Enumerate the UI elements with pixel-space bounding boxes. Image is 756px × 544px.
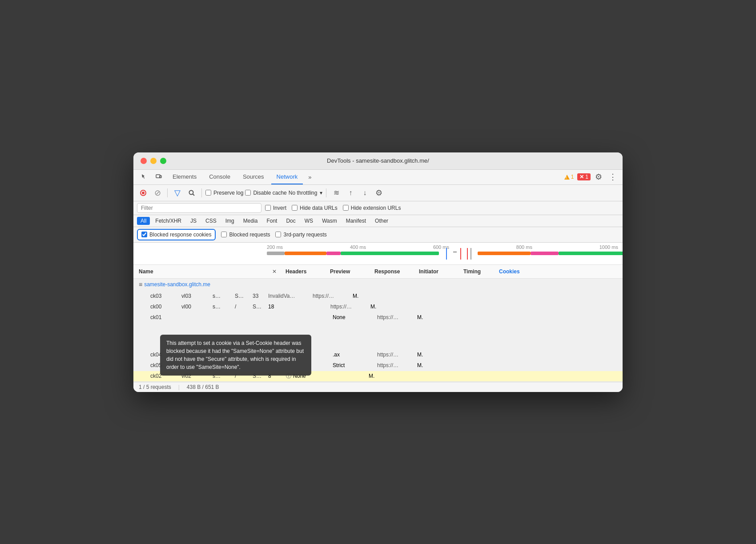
- ck03-path: s…: [213, 293, 235, 299]
- cookie-row-ck03[interactable]: ck03 vl03 s… S… 33 InvalidVa… https://… …: [133, 291, 623, 302]
- blocked-requests-label[interactable]: Blocked requests: [221, 232, 270, 238]
- warning-count: 1: [571, 174, 574, 180]
- status-bar: 1 / 5 requests | 438 B / 651 B: [133, 382, 623, 392]
- ck04-info: .ax: [333, 352, 377, 358]
- cookie-row-ck01[interactable]: ck01 None https://… M.: [133, 312, 623, 323]
- upload-icon[interactable]: ↑: [344, 187, 357, 199]
- download-icon[interactable]: ↓: [358, 187, 371, 199]
- th-initiator: Initiator: [417, 265, 462, 278]
- timeline-1000ms: 1000 ms: [599, 244, 618, 250]
- type-filter-font[interactable]: Font: [263, 217, 281, 225]
- throttle-select[interactable]: No throttling ▾: [289, 190, 323, 196]
- ck00-val: vl00: [181, 304, 213, 310]
- type-filter-js[interactable]: JS: [187, 217, 200, 225]
- third-party-label[interactable]: 3rd-party requests: [275, 232, 326, 238]
- type-filter-other[interactable]: Other: [371, 217, 392, 225]
- ck02-name: ck02: [150, 373, 181, 379]
- hide-ext-urls-label[interactable]: Hide extension URLs: [343, 205, 401, 211]
- info-circle-icon: ⓘ: [286, 372, 291, 380]
- ck05-url: https://…: [377, 362, 417, 368]
- th-close[interactable]: ✕: [270, 265, 284, 278]
- hide-data-urls-checkbox[interactable]: [292, 205, 298, 211]
- table-header: Name ✕ Headers Preview Response Initiato…: [133, 265, 623, 279]
- minimize-button[interactable]: [150, 158, 157, 164]
- cookie-row-ck04[interactable]: ck04 .ax https://… M.: [133, 350, 623, 360]
- table-row-main[interactable]: ≡ samesite-sandbox.glitch.me: [133, 279, 623, 291]
- preserve-log-checkbox[interactable]: [205, 190, 211, 196]
- warning-badge: ! 1: [564, 174, 574, 180]
- ck02-size-col: S…: [253, 373, 268, 379]
- device-icon[interactable]: [152, 170, 165, 184]
- maximize-button[interactable]: [160, 158, 166, 164]
- ck03-val: vl03: [181, 293, 213, 299]
- timeline-400ms: 400 ms: [350, 244, 366, 250]
- blocked-requests-checkbox[interactable]: [221, 232, 227, 237]
- blocked-requests-text: Blocked requests: [229, 232, 270, 238]
- type-filter-media[interactable]: Media: [240, 217, 261, 225]
- disable-cache-checkbox[interactable]: [245, 190, 251, 196]
- filter-bar: Invert Hide data URLs Hide extension URL…: [133, 201, 623, 215]
- ck03-size: 33: [253, 293, 268, 299]
- document-icon: ≡: [139, 281, 142, 288]
- wf-bar-orange: [285, 252, 327, 255]
- tab-network[interactable]: Network: [271, 170, 303, 184]
- type-filter-css[interactable]: CSS: [202, 217, 220, 225]
- ck02-size: 8: [268, 373, 286, 379]
- cookie-row-ck01-wrapper: ck01 None https://… M. This attempt to s…: [133, 312, 623, 323]
- type-filter-img[interactable]: Img: [222, 217, 238, 225]
- throttle-chevron-icon: ▾: [320, 190, 322, 196]
- timeline-200ms: 200 ms: [267, 244, 283, 250]
- invert-checkbox[interactable]: [265, 205, 271, 211]
- type-filter-doc[interactable]: Doc: [282, 217, 299, 225]
- tabs-bar: Elements Console Sources Network » ! 1 ✕…: [133, 170, 623, 185]
- filter-input[interactable]: [137, 203, 261, 213]
- ck05-name: ck05: [150, 362, 181, 368]
- filter-icon[interactable]: ▽: [171, 187, 184, 199]
- wf-bar-orange-2: [478, 252, 531, 255]
- blocked-cookies-label[interactable]: Blocked response cookies: [137, 229, 216, 240]
- th-response: Response: [373, 265, 417, 278]
- requests-count: 1 / 5 requests: [139, 384, 171, 390]
- cookie-row-ck05[interactable]: ck05 Strict https://… M.: [133, 360, 623, 371]
- preserve-log-label[interactable]: Preserve log: [205, 190, 243, 196]
- type-filter-wasm[interactable]: Wasm: [318, 217, 341, 225]
- type-filter-ws[interactable]: WS: [301, 217, 317, 225]
- tab-sources[interactable]: Sources: [237, 170, 269, 184]
- cookie-row-ck02[interactable]: ck02 vl02 s… / S… 8 ⓘ None M.: [133, 371, 623, 382]
- hide-data-urls-label[interactable]: Hide data URLs: [292, 205, 338, 211]
- blocked-cookies-checkbox[interactable]: [141, 232, 147, 237]
- ck05-info: Strict: [333, 362, 377, 368]
- data-size: 438 B / 651 B: [187, 384, 219, 390]
- settings-icon[interactable]: ⚙: [592, 171, 605, 183]
- ck00-size-col: S…: [253, 304, 268, 310]
- wf-bar-green-2: [559, 252, 623, 255]
- third-party-checkbox[interactable]: [275, 232, 281, 237]
- type-filter-manifest[interactable]: Manifest: [342, 217, 370, 225]
- type-filter-fetchxhr[interactable]: Fetch/XHR: [152, 217, 185, 225]
- type-filter-all[interactable]: All: [137, 217, 150, 225]
- cursor-icon[interactable]: [137, 170, 150, 184]
- more-options-icon[interactable]: ⋮: [607, 171, 619, 183]
- invert-label[interactable]: Invert: [265, 205, 286, 211]
- invert-text: Invert: [273, 205, 286, 211]
- timeline-labels: 200 ms 400 ms 600 ms 800 ms 1000 ms: [267, 244, 618, 250]
- disable-cache-label[interactable]: Disable cache: [245, 190, 286, 196]
- ck00-url: https://…: [330, 304, 370, 310]
- tab-elements[interactable]: Elements: [167, 170, 202, 184]
- wifi-icon[interactable]: ≋: [330, 187, 342, 199]
- search-icon[interactable]: [185, 187, 198, 199]
- hide-ext-urls-checkbox[interactable]: [343, 205, 349, 211]
- tab-more[interactable]: »: [305, 171, 315, 183]
- ck02-samesite: M.: [369, 373, 374, 379]
- clear-button[interactable]: ⊘: [151, 187, 164, 199]
- ck01-name: ck01: [150, 314, 181, 320]
- filter-checkboxes: Invert Hide data URLs Hide extension URL…: [265, 205, 401, 211]
- cookie-row-ck00[interactable]: ck00 vl00 s… / S… 18 https://… M.: [133, 302, 623, 312]
- svg-rect-1: [160, 176, 161, 178]
- stop-recording-button[interactable]: [137, 187, 149, 199]
- close-button[interactable]: [141, 158, 147, 164]
- network-toolbar: ⊘ ▽ Preserve log Disable cache No thrott…: [133, 185, 623, 201]
- th-preview: Preview: [328, 265, 373, 278]
- tab-console[interactable]: Console: [204, 170, 236, 184]
- network-settings-icon[interactable]: ⚙: [373, 187, 385, 199]
